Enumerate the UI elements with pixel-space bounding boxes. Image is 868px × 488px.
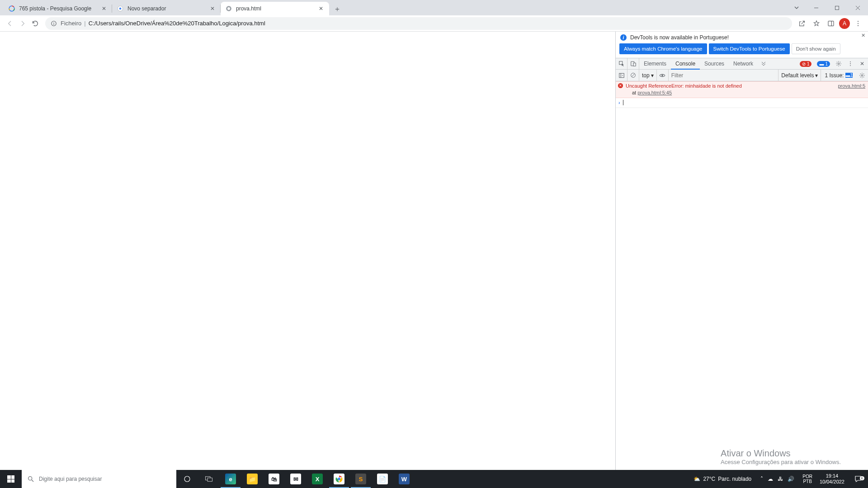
filter-input[interactable] (671, 72, 776, 79)
chrome-app-icon[interactable] (328, 470, 350, 488)
chrome-favicon-icon (117, 5, 124, 12)
side-panel-icon[interactable] (825, 17, 837, 30)
task-view-icon[interactable] (198, 470, 220, 488)
profile-avatar[interactable]: A (839, 18, 850, 29)
chevron-down-icon: ▾ (815, 72, 818, 79)
text-cursor (623, 100, 623, 105)
info-icon: i (620, 34, 627, 41)
svg-line-24 (632, 74, 635, 77)
close-tab-icon[interactable]: ✕ (100, 5, 108, 12)
devtools-settings-icon[interactable] (833, 58, 844, 69)
log-levels-selector[interactable]: Default levels ▾ (778, 70, 821, 81)
url-chip: Ficheiro (61, 20, 81, 27)
svg-point-11 (858, 21, 859, 22)
weather-widget[interactable]: ⛅ 27°C Parc. nublado (689, 476, 756, 482)
tab-title: Novo separador (127, 5, 209, 12)
console-toolbar: top ▾ Default levels ▾ 1 Issue: ▬1 (616, 70, 868, 81)
start-button[interactable] (0, 470, 22, 488)
console-settings-icon[interactable] (856, 70, 868, 81)
site-info-icon[interactable] (51, 20, 57, 27)
tab-search-icon[interactable] (788, 0, 806, 15)
switch-language-button[interactable]: Switch DevTools to Portuguese (709, 43, 790, 54)
taskbar-search[interactable]: Digite aqui para pesquisar (22, 470, 176, 488)
infobar-text: DevTools is now available in Portuguese! (630, 34, 729, 41)
action-center-icon[interactable]: 6 (848, 475, 868, 483)
svg-point-4 (227, 7, 230, 10)
system-tray[interactable]: ˄ ☁ 🖧 🔊 (756, 476, 799, 482)
svg-point-20 (850, 65, 851, 66)
tab-elements[interactable]: Elements (639, 58, 671, 69)
console-prompt[interactable]: › (616, 98, 868, 108)
close-tab-icon[interactable]: ✕ (317, 5, 325, 12)
devtools-close-icon[interactable]: ✕ (856, 58, 868, 69)
issue-badge[interactable]: ▬1 (814, 58, 833, 69)
svg-point-2 (119, 8, 122, 10)
tab-title: 765 pistola - Pesquisa Google (19, 5, 100, 12)
reload-button[interactable] (29, 17, 42, 30)
context-selector[interactable]: top ▾ (639, 70, 657, 81)
svg-rect-9 (828, 21, 834, 26)
console-sidebar-toggle-icon[interactable] (616, 70, 627, 81)
inspect-element-icon[interactable] (616, 58, 627, 69)
edge-app-icon[interactable]: e (220, 470, 241, 488)
tray-chevron-icon[interactable]: ˄ (760, 476, 763, 482)
console-output[interactable]: ✕ prova.html:5 Uncaught ReferenceError: … (616, 81, 868, 470)
always-match-button[interactable]: Always match Chrome's language (619, 43, 707, 54)
word-app-icon[interactable]: W (393, 470, 415, 488)
svg-point-27 (28, 477, 32, 480)
notepad-app-icon[interactable]: 📄 (372, 470, 393, 488)
onedrive-icon[interactable]: ☁ (768, 476, 773, 482)
svg-point-33 (338, 478, 340, 480)
clock[interactable]: 19:14 10/04/2022 (816, 473, 848, 485)
svg-rect-21 (619, 73, 624, 77)
console-filter[interactable] (669, 72, 778, 79)
error-badge[interactable]: ⊘1 (797, 58, 815, 69)
live-expression-icon[interactable] (657, 70, 669, 81)
taskbar: Digite aqui para pesquisar e 📁 🛍 ✉ X S 📄… (0, 470, 868, 488)
volume-icon[interactable]: 🔊 (788, 476, 794, 482)
cortana-icon[interactable] (176, 470, 198, 488)
devtools-tabbar: Elements Console Sources Network ⊘1 ▬1 ✕ (616, 58, 868, 70)
google-favicon-icon (8, 5, 15, 12)
back-button[interactable] (4, 17, 16, 30)
tab-new[interactable]: Novo separador ✕ (112, 2, 221, 15)
close-window-button[interactable] (847, 0, 868, 15)
mail-app-icon[interactable]: ✉ (285, 470, 307, 488)
store-app-icon[interactable]: 🛍 (263, 470, 285, 488)
tab-google-search[interactable]: 765 pistola - Pesquisa Google ✕ (4, 2, 112, 15)
network-icon[interactable]: 🖧 (778, 476, 783, 482)
dont-show-button[interactable]: Don't show again (792, 43, 840, 54)
clear-console-icon[interactable] (627, 70, 639, 81)
excel-app-icon[interactable]: X (307, 470, 328, 488)
chrome-menu-icon[interactable] (852, 17, 864, 30)
svg-point-17 (838, 63, 840, 65)
tab-prova[interactable]: prova.html ✕ (221, 2, 329, 15)
minimize-button[interactable] (806, 0, 826, 15)
bookmark-icon[interactable] (810, 17, 823, 30)
error-source-link[interactable]: prova.html:5 (838, 83, 865, 89)
tab-strip: 765 pistola - Pesquisa Google ✕ Novo sep… (0, 0, 868, 15)
more-tabs-icon[interactable] (758, 58, 769, 69)
svg-line-28 (32, 480, 33, 482)
windows-logo-icon (7, 475, 14, 483)
tab-console[interactable]: Console (671, 58, 700, 69)
sublime-app-icon[interactable]: S (350, 470, 372, 488)
svg-rect-31 (208, 478, 212, 482)
tab-sources[interactable]: Sources (700, 58, 729, 69)
stack-link[interactable]: prova.html:5:45 (637, 90, 672, 95)
devtools-menu-icon[interactable] (844, 58, 856, 69)
explorer-app-icon[interactable]: 📁 (241, 470, 263, 488)
file-favicon-icon (225, 5, 232, 12)
forward-button[interactable] (16, 17, 29, 30)
omnibox[interactable]: Ficheiro | C:/Users/rails/OneDrive/Área%… (45, 17, 792, 30)
close-infobar-icon[interactable]: ✕ (861, 33, 865, 38)
device-toggle-icon[interactable] (627, 58, 639, 69)
console-error-row[interactable]: ✕ prova.html:5 Uncaught ReferenceError: … (616, 81, 868, 98)
maximize-button[interactable] (826, 0, 847, 15)
close-tab-icon[interactable]: ✕ (209, 5, 216, 12)
share-icon[interactable] (796, 17, 808, 30)
tab-network[interactable]: Network (729, 58, 758, 69)
language-indicator[interactable]: POR PTB (799, 474, 816, 484)
new-tab-button[interactable]: ＋ (331, 3, 344, 15)
issues-button[interactable]: 1 Issue: ▬1 (821, 70, 856, 81)
